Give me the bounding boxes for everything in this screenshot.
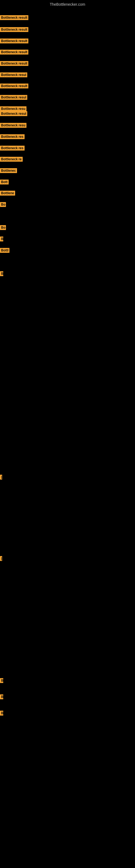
bottleneck-result-label: Bottleneck resul bbox=[0, 72, 27, 77]
bottleneck-result-label: Bottlenec bbox=[0, 168, 17, 173]
bottleneck-result-label: Bottleneck result bbox=[0, 84, 28, 88]
bottleneck-result-label: | bbox=[0, 475, 2, 479]
bottleneck-result-label: Bottleneck res bbox=[0, 134, 25, 139]
bottleneck-result-label: Bottleneck result bbox=[0, 38, 28, 43]
site-title: TheBottlenecker.com bbox=[50, 2, 85, 6]
bottleneck-result-label: Bo bbox=[0, 225, 6, 230]
bottleneck-result-label: Bottleneck resul bbox=[0, 111, 27, 116]
bottleneck-result-label: Bottleneck resu bbox=[0, 106, 27, 111]
bottleneck-result-label: Bottleneck result bbox=[0, 50, 28, 55]
bottleneck-result-label: B bbox=[0, 237, 3, 241]
bottleneck-result-label: | bbox=[0, 556, 2, 561]
bottleneck-result-label: Bottleneck res bbox=[0, 146, 25, 151]
bottleneck-result-label: Bottleneck resu bbox=[0, 123, 27, 128]
bottleneck-result-label: Bo bbox=[0, 202, 6, 207]
bottleneck-result-label: Bottleneck re bbox=[0, 157, 23, 162]
bottleneck-result-label: Bott bbox=[0, 180, 9, 184]
bottleneck-result-label: Bottleneck result bbox=[0, 15, 28, 20]
bottleneck-result-label: B bbox=[0, 678, 3, 683]
bottleneck-result-label: Bottleneck result bbox=[0, 27, 28, 32]
bottleneck-result-label: B bbox=[0, 694, 3, 699]
bottleneck-result-label: Bottlene bbox=[0, 191, 15, 195]
bottleneck-result-label: Bottleneck result bbox=[0, 61, 28, 66]
bottleneck-result-label: B bbox=[0, 711, 3, 716]
bottleneck-result-label: Bottleneck resul bbox=[0, 95, 27, 100]
bottleneck-result-label: Bottl bbox=[0, 248, 9, 253]
bottleneck-result-label: B bbox=[0, 271, 3, 276]
